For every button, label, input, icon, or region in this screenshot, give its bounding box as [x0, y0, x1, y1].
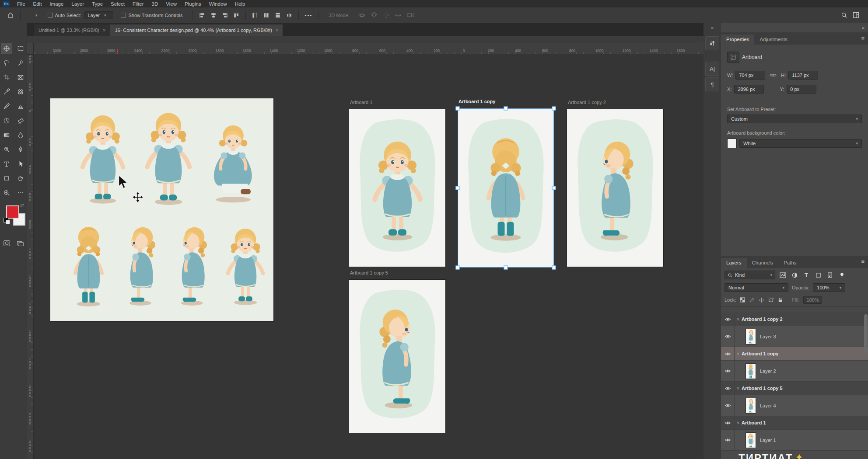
artboard-label-selected[interactable]: Artboard 1 copy — [458, 99, 495, 104]
blend-mode-dropdown[interactable]: Normal ▾ — [724, 283, 788, 292]
close-icon[interactable]: × — [103, 28, 105, 33]
lock-transparent-icon[interactable] — [740, 297, 745, 303]
menu-select[interactable]: Select — [107, 1, 129, 7]
menu-plugins[interactable]: Plugins — [181, 1, 205, 7]
quick-mask-button[interactable] — [3, 240, 10, 249]
x-field[interactable]: 2896 px — [734, 85, 764, 94]
rectangular-marquee-tool[interactable] — [15, 43, 26, 54]
menu-edit[interactable]: Edit — [29, 1, 46, 7]
menu-window[interactable]: Window — [205, 1, 231, 7]
visibility-toggle[interactable] — [721, 347, 735, 360]
tab-properties[interactable]: Properties — [721, 35, 754, 45]
rectangle-tool[interactable] — [1, 173, 12, 184]
close-icon[interactable]: × — [276, 28, 278, 33]
artboard-1-copy-2[interactable] — [567, 109, 663, 267]
transform-handle-sw[interactable] — [456, 266, 460, 270]
height-field[interactable]: 1137 px — [788, 71, 818, 80]
artboard-bg-color-swatch[interactable] — [727, 139, 737, 148]
visibility-toggle[interactable] — [721, 382, 735, 395]
preset-dropdown[interactable]: Custom ▾ — [727, 115, 862, 123]
tab-adjustments[interactable]: Adjustments — [754, 35, 792, 45]
layer-thumbnail[interactable] — [746, 433, 756, 448]
tab-layers[interactable]: Layers — [721, 258, 747, 268]
clone-stamp-tool[interactable] — [15, 101, 26, 112]
transform-handle-w[interactable] — [456, 186, 460, 190]
character-sheet-image[interactable] — [50, 98, 273, 321]
lock-all-icon[interactable] — [778, 297, 783, 303]
filter-toggle-icon[interactable] — [837, 271, 846, 279]
brush-tool[interactable] — [1, 101, 12, 112]
properties-panel-icon[interactable] — [705, 36, 719, 50]
layer-row-layer-4[interactable]: Layer 4 — [721, 395, 868, 416]
panel-menu-icon[interactable]: ≡ — [861, 35, 864, 42]
horizontal-ruler[interactable]: 3000280026002400220020001800160014001200… — [27, 43, 704, 55]
artboard-bg-color-dropdown[interactable]: White ▾ — [739, 139, 862, 148]
lock-position-icon[interactable] — [759, 297, 764, 303]
gradient-tool[interactable] — [1, 129, 12, 141]
visibility-toggle[interactable] — [721, 430, 735, 450]
artboard-1[interactable] — [349, 109, 445, 267]
align-right-edges-button[interactable] — [219, 10, 231, 21]
menu-view[interactable]: View — [162, 1, 181, 7]
filter-type-layers-icon[interactable]: T — [802, 271, 811, 279]
workspace-switcher-icon[interactable] — [850, 10, 862, 21]
swap-colors-icon[interactable]: ⇄ — [20, 203, 24, 208]
transform-handle-e[interactable] — [552, 186, 556, 190]
transform-handle-se[interactable] — [552, 266, 556, 270]
type-tool[interactable] — [1, 158, 12, 170]
edit-toolbar-button[interactable] — [15, 187, 26, 198]
distribute-spacing-button[interactable] — [284, 10, 295, 21]
show-transform-checkbox[interactable] — [121, 13, 126, 18]
distribute-vertical-centers-button[interactable] — [272, 10, 284, 21]
transform-handle-n[interactable] — [504, 107, 508, 111]
layer-row-artboard-1-copy-selected[interactable]: ∨ Artboard 1 copy — [721, 347, 868, 361]
layer-row-artboard-1-copy-5[interactable]: ∨ Artboard 1 copy 5 — [721, 382, 868, 395]
visibility-toggle[interactable] — [721, 395, 735, 416]
transform-handle-s[interactable] — [504, 266, 508, 270]
menu-3d[interactable]: 3D — [148, 1, 162, 7]
filter-pixel-layers-icon[interactable] — [778, 271, 787, 279]
paragraph-panel-icon[interactable]: ¶ — [705, 77, 719, 91]
menu-help[interactable]: Help — [231, 1, 249, 7]
eraser-tool[interactable] — [15, 115, 26, 126]
menu-file[interactable]: File — [13, 1, 29, 7]
visibility-toggle[interactable] — [721, 416, 735, 429]
crop-tool[interactable] — [1, 72, 12, 83]
visibility-toggle[interactable] — [721, 361, 735, 381]
opacity-field[interactable]: 100% ▾ — [813, 283, 845, 292]
distribute-horizontal-centers-button[interactable] — [261, 10, 272, 21]
layers-scrollbar[interactable] — [864, 314, 868, 354]
artboard-label[interactable]: Artboard 1 — [350, 100, 372, 105]
healing-brush-tool[interactable] — [15, 86, 26, 97]
lock-pixels-icon[interactable] — [749, 297, 755, 303]
dodge-tool[interactable] — [1, 144, 12, 155]
tab-paths[interactable]: Paths — [778, 258, 802, 268]
transform-handle-nw[interactable] — [456, 107, 460, 111]
tab-channels[interactable]: Channels — [747, 258, 779, 268]
path-selection-tool[interactable] — [15, 158, 26, 170]
character-panel-icon[interactable]: A| — [705, 62, 719, 76]
search-icon[interactable] — [838, 10, 850, 21]
layer-row-artboard-1-copy-2[interactable]: ∨ Artboard 1 copy 2 — [721, 313, 868, 326]
blur-tool[interactable] — [15, 129, 26, 141]
panel-menu-icon[interactable]: ≡ — [861, 258, 864, 265]
vertical-ruler[interactable]: 4002000200400600800100012001400160018002… — [27, 54, 34, 459]
default-colors-icon[interactable] — [4, 218, 8, 223]
layer-row-artboard-1[interactable]: ∨ Artboard 1 — [721, 416, 868, 430]
more-align-options-button[interactable]: ••• — [302, 10, 315, 21]
foreground-color-swatch[interactable] — [6, 205, 19, 219]
hand-tool[interactable] — [15, 173, 26, 184]
constrain-proportions-icon[interactable] — [770, 73, 777, 77]
lasso-tool[interactable] — [1, 57, 12, 69]
align-top-edges-button[interactable] — [231, 10, 242, 21]
menu-image[interactable]: Image — [46, 1, 67, 7]
filter-adjustment-layers-icon[interactable] — [790, 271, 799, 279]
chevron-down-icon[interactable]: ∨ — [735, 317, 742, 321]
pasteboard[interactable]: 4002000200400600800100012001400160018002… — [27, 54, 704, 459]
history-brush-tool[interactable] — [1, 115, 12, 126]
expand-panels-icon[interactable]: » — [862, 25, 864, 30]
home-button[interactable] — [4, 10, 17, 21]
pen-tool[interactable] — [15, 144, 26, 155]
y-field[interactable]: 0 px — [787, 85, 816, 94]
menu-type[interactable]: Type — [88, 1, 107, 7]
